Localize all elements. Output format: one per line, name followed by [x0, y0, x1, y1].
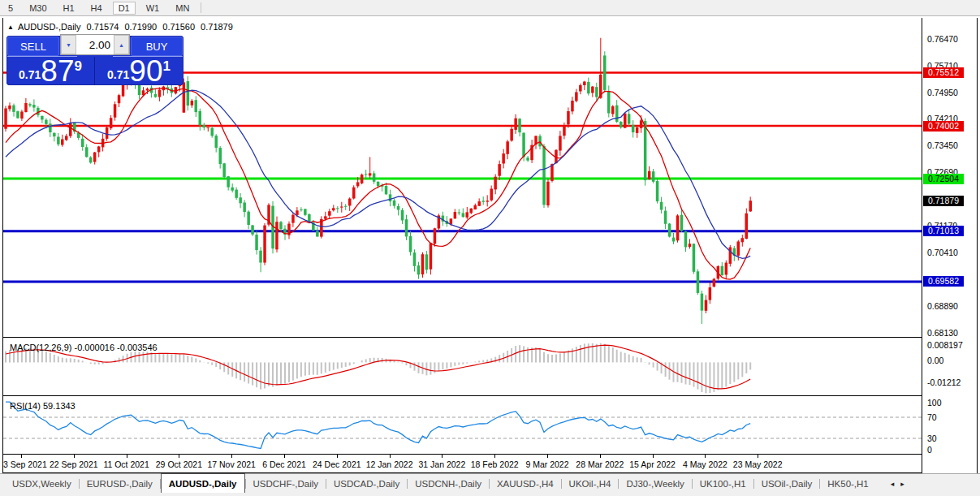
- timeframe-button-d1[interactable]: D1: [113, 2, 136, 15]
- price-level-badge: 0.69582: [923, 276, 964, 287]
- date-tick: [600, 455, 601, 458]
- date-label: 29 Oct 2021: [156, 459, 202, 469]
- chart-tab-eurusd-daily[interactable]: EURUSD-,Daily: [80, 474, 160, 494]
- date-label: 22 Sep 2021: [50, 459, 98, 469]
- ask-price: 0.71901: [95, 57, 183, 85]
- price-level-badge: 0.75512: [923, 67, 964, 78]
- volume-increase-button[interactable]: ▲: [114, 35, 129, 54]
- buy-button[interactable]: BUY: [131, 37, 183, 56]
- date-tick: [74, 455, 75, 458]
- date-tick: [127, 455, 127, 458]
- price-axis-tick: 0.68130: [927, 329, 958, 338]
- price-axis-tick: 0.74950: [927, 88, 958, 97]
- chart-tab-hk50-h1[interactable]: HK50-,H1: [820, 474, 876, 494]
- chart-tab-ukoil-h4[interactable]: UKOil-,H4: [562, 474, 619, 494]
- pane-border: [2, 337, 978, 338]
- ohlc-high: 0.71990: [124, 22, 157, 32]
- rsi-axis-tick: 100: [927, 399, 942, 408]
- date-label: 15 Apr 2022: [629, 459, 676, 469]
- timeframe-button-5[interactable]: 5: [2, 2, 19, 15]
- chart-tab-usdx-weekly[interactable]: USDX,Weekly: [5, 474, 79, 494]
- date-label: 11 Oct 2021: [103, 459, 149, 469]
- chart-tab-xauusd-h4[interactable]: XAUUSD-,H4: [490, 474, 561, 494]
- timeframe-button-h1[interactable]: H1: [58, 2, 80, 15]
- pane-border: [2, 395, 978, 396]
- chart-tab-usdcnh-daily[interactable]: USDCNH-,Daily: [408, 474, 489, 494]
- date-label: 17 Nov 2021: [207, 459, 256, 469]
- ohlc-open: 0.71574: [87, 22, 119, 32]
- date-label: 28 Mar 2022: [576, 459, 624, 469]
- volume-input[interactable]: [76, 35, 114, 54]
- chart-symbol-label: AUDUSD-,Daily: [18, 22, 81, 32]
- window-right-border: [977, 18, 978, 473]
- rsi-label: RSI(14) 59.1343: [10, 401, 76, 411]
- price-level-badge: 0.71013: [923, 226, 964, 236]
- rsi-pane[interactable]: RSI(14) 59.1343: [3, 399, 922, 454]
- price-axis-tick: 0.68890: [927, 302, 958, 311]
- timeframe-toolbar: 5M30H1H4D1W1MN: [0, 0, 980, 16]
- chart-expand-icon[interactable]: ▲: [7, 24, 14, 31]
- rsi-axis-tick: 70: [927, 413, 937, 422]
- chart-tab-usoil-daily[interactable]: USOil-,Daily: [754, 474, 820, 494]
- chart-tab-audusd-daily[interactable]: AUDUSD-,Daily: [161, 473, 245, 494]
- chart-tab-usdchf-daily[interactable]: USDCHF-,Daily: [246, 474, 326, 494]
- rsi-axis-tick: 30: [927, 434, 937, 443]
- ohlc-low: 0.71560: [162, 22, 195, 32]
- date-tick: [705, 455, 706, 458]
- price-level-badge: 0.72504: [923, 174, 964, 184]
- date-tick: [653, 455, 654, 458]
- date-label: 3 Sep 2021: [3, 459, 47, 469]
- sell-button[interactable]: SELL: [7, 37, 59, 56]
- date-label: 12 Jan 2022: [366, 459, 413, 469]
- price-level-badge: 0.74002: [923, 121, 964, 132]
- date-tick: [547, 455, 548, 458]
- chart-header: ▲AUDUSD-,Daily 0.71574 0.71990 0.71560 0…: [7, 22, 236, 32]
- ohlc-close: 0.71879: [201, 22, 233, 32]
- timeframe-button-m30[interactable]: M30: [24, 2, 52, 15]
- date-tick: [284, 455, 285, 458]
- date-tick: [442, 455, 443, 458]
- macd-axis-tick: -0.01212: [927, 378, 961, 387]
- one-click-trade-panel: SELL ▼ ▲ BUY 0.71879 0.71901: [6, 36, 183, 85]
- price-axis-column: 0.764700.757100.749500.742100.734500.726…: [922, 16, 977, 473]
- date-tick: [231, 455, 232, 458]
- price-axis-tick: 0.70410: [927, 248, 958, 257]
- date-label: 4 May 2022: [683, 459, 727, 469]
- date-label: 18 Feb 2022: [471, 459, 519, 469]
- date-tick: [179, 455, 179, 458]
- timeframe-button-mn[interactable]: MN: [170, 2, 195, 15]
- date-tick: [390, 455, 391, 458]
- date-label: 23 May 2022: [733, 459, 783, 469]
- price-level-badge: 0.71879: [923, 196, 964, 206]
- date-label: 24 Dec 2021: [313, 459, 361, 469]
- rsi-axis-tick: 0: [927, 446, 932, 455]
- date-tick: [758, 455, 758, 458]
- chart-tab-dj30-weekly[interactable]: DJ30-,Weekly: [619, 474, 691, 494]
- volume-decrease-button[interactable]: ▼: [61, 35, 76, 54]
- chart-tab-uk100-h1[interactable]: UK100-,H1: [693, 474, 753, 494]
- tabs-scroll-right-icon[interactable]: ▸: [897, 480, 908, 488]
- price-axis-tick: 0.76470: [927, 35, 958, 44]
- bid-price: 0.71879: [6, 57, 95, 85]
- chart-tab-usdcad-daily[interactable]: USDCAD-,Daily: [326, 474, 407, 494]
- date-label: 6 Dec 2021: [262, 459, 306, 469]
- date-label: 9 Mar 2022: [525, 459, 568, 469]
- rsi-canvas[interactable]: [3, 399, 922, 454]
- macd-axis-tick: 0.00: [927, 356, 943, 365]
- volume-stepper: ▼ ▲: [60, 34, 130, 55]
- macd-label: MACD(12,26,9) -0.000016 -0.003546: [10, 343, 158, 352]
- date-tick: [337, 455, 338, 458]
- timeframe-button-h4[interactable]: H4: [85, 2, 108, 15]
- toolbar-separator: [201, 2, 201, 13]
- timeframe-button-w1[interactable]: W1: [140, 2, 166, 15]
- macd-axis-tick: 0.008197: [927, 341, 963, 350]
- price-axis-tick: 0.73450: [927, 141, 958, 150]
- tabs-scroll-left-icon[interactable]: ◂: [887, 480, 898, 488]
- date-axis: 3 Sep 202122 Sep 202111 Oct 202129 Oct 2…: [3, 455, 922, 472]
- chart-tab-bar: USDX,WeeklyEURUSD-,DailyAUDUSD-,DailyUSD…: [0, 473, 980, 494]
- date-tick: [21, 455, 22, 458]
- macd-pane[interactable]: MACD(12,26,9) -0.000016 -0.003546: [3, 340, 922, 395]
- trading-platform-window: 5M30H1H4D1W1MN ▲AUDUSD-,Daily 0.71574 0.…: [0, 0, 980, 496]
- status-strip: [0, 493, 980, 496]
- date-label: 31 Jan 2022: [418, 459, 465, 469]
